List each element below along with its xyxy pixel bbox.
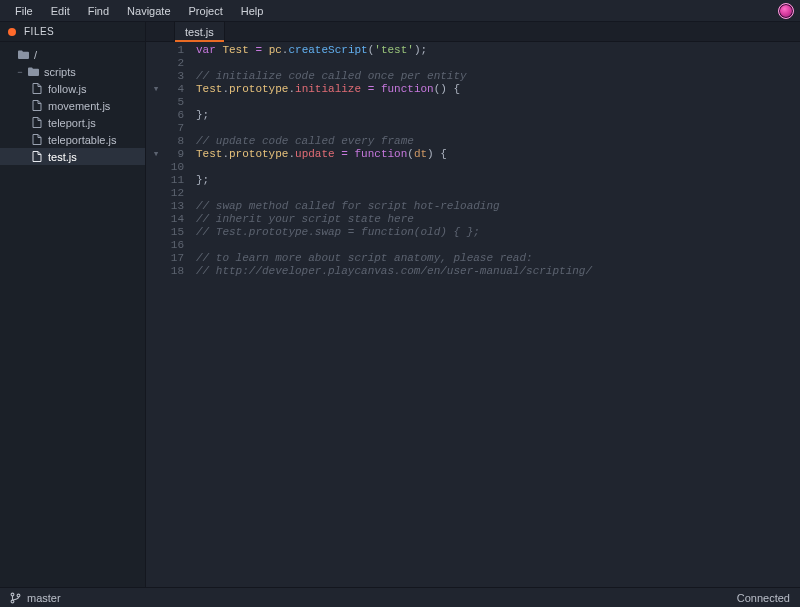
line-number: 4 (166, 83, 184, 96)
status-bar: master Connected (0, 587, 800, 607)
panel-title: FILES (24, 26, 54, 37)
menu-find[interactable]: Find (79, 1, 118, 21)
line-number: 6 (166, 109, 184, 122)
code-line[interactable] (196, 239, 800, 252)
line-number: 5 (166, 96, 184, 109)
line-number: 14 (166, 213, 184, 226)
file-icon (30, 100, 44, 111)
fold-marker (146, 252, 166, 265)
fold-marker (146, 161, 166, 174)
tree-file[interactable]: follow.js (0, 80, 145, 97)
editor-area: test.js ▾▾ 123456789101112131415161718 v… (146, 22, 800, 587)
file-tree: / − scripts follow.js (0, 42, 145, 169)
menu-project[interactable]: Project (180, 1, 232, 21)
line-number: 17 (166, 252, 184, 265)
tree-file-label: follow.js (48, 83, 87, 95)
line-number: 8 (166, 135, 184, 148)
file-icon (30, 83, 44, 94)
line-number: 1 (166, 44, 184, 57)
code-line[interactable]: // to learn more about script anatomy, p… (196, 252, 800, 265)
fold-marker (146, 265, 166, 278)
fold-marker (146, 70, 166, 83)
code-line[interactable] (196, 187, 800, 200)
collapse-icon[interactable]: − (14, 67, 26, 77)
tree-folder-label: scripts (44, 66, 76, 78)
menu-navigate[interactable]: Navigate (118, 1, 179, 21)
editor-tab[interactable]: test.js (174, 21, 225, 41)
tree-file-label: test.js (48, 151, 77, 163)
fold-marker (146, 122, 166, 135)
tree-root-label: / (34, 49, 37, 61)
svg-point-0 (11, 593, 14, 596)
folder-icon (26, 67, 40, 76)
code-editor[interactable]: ▾▾ 123456789101112131415161718 var Test … (146, 42, 800, 587)
code-line[interactable] (196, 96, 800, 109)
sidebar: FILES / − scripts (0, 22, 146, 587)
fold-marker (146, 187, 166, 200)
fold-marker (146, 226, 166, 239)
line-number: 12 (166, 187, 184, 200)
connection-status: Connected (737, 592, 790, 604)
tree-file[interactable]: teleport.js (0, 114, 145, 131)
git-branch-name[interactable]: master (27, 592, 61, 604)
line-number-gutter: 123456789101112131415161718 (166, 44, 190, 278)
code-line[interactable]: // update code called every frame (196, 135, 800, 148)
file-icon (30, 117, 44, 128)
folder-icon (16, 50, 30, 59)
tree-file-label: teleport.js (48, 117, 96, 129)
code-line[interactable]: // inherit your script state here (196, 213, 800, 226)
files-panel-header[interactable]: FILES (0, 22, 145, 42)
fold-marker (146, 96, 166, 109)
code-line[interactable]: }; (196, 174, 800, 187)
code-body[interactable]: var Test = pc.createScript('test'); // i… (190, 44, 800, 278)
tree-file-label: teleportable.js (48, 134, 117, 146)
tree-file-label: movement.js (48, 100, 110, 112)
fold-marker (146, 174, 166, 187)
editor-tab-label: test.js (185, 26, 214, 38)
menu-file[interactable]: File (6, 1, 42, 21)
file-icon (30, 134, 44, 145)
tab-bar: test.js (146, 22, 800, 42)
line-number: 7 (166, 122, 184, 135)
code-line[interactable]: var Test = pc.createScript('test'); (196, 44, 800, 57)
tree-root[interactable]: / (0, 46, 145, 63)
line-number: 16 (166, 239, 184, 252)
code-line[interactable]: // http://developer.playcanvas.com/en/us… (196, 265, 800, 278)
line-number: 13 (166, 200, 184, 213)
fold-marker (146, 57, 166, 70)
fold-marker (146, 44, 166, 57)
tree-folder-scripts[interactable]: − scripts (0, 63, 145, 80)
tree-file-selected[interactable]: test.js (0, 148, 145, 165)
gutter: ▾▾ 123456789101112131415161718 (146, 44, 190, 278)
fold-marker[interactable]: ▾ (146, 83, 166, 96)
code-line[interactable]: // initialize code called once per entit… (196, 70, 800, 83)
code-line[interactable]: Test.prototype.update = function(dt) { (196, 148, 800, 161)
user-avatar[interactable] (778, 3, 794, 19)
svg-point-2 (17, 594, 20, 597)
fold-marker (146, 109, 166, 122)
line-number: 15 (166, 226, 184, 239)
fold-marker[interactable]: ▾ (146, 148, 166, 161)
code-line[interactable] (196, 57, 800, 70)
tree-file[interactable]: teleportable.js (0, 131, 145, 148)
line-number: 9 (166, 148, 184, 161)
line-number: 11 (166, 174, 184, 187)
code-line[interactable]: }; (196, 109, 800, 122)
code-line[interactable] (196, 161, 800, 174)
menu-edit[interactable]: Edit (42, 1, 79, 21)
line-number: 2 (166, 57, 184, 70)
line-number: 3 (166, 70, 184, 83)
fold-gutter[interactable]: ▾▾ (146, 44, 166, 278)
app-root: File Edit Find Navigate Project Help FIL… (0, 0, 800, 607)
menu-help[interactable]: Help (232, 1, 273, 21)
file-icon (30, 151, 44, 162)
code-line[interactable]: Test.prototype.initialize = function() { (196, 83, 800, 96)
fold-marker (146, 200, 166, 213)
code-line[interactable]: // Test.prototype.swap = function(old) {… (196, 226, 800, 239)
svg-point-1 (11, 600, 14, 603)
code-line[interactable]: // swap method called for script hot-rel… (196, 200, 800, 213)
tree-file[interactable]: movement.js (0, 97, 145, 114)
fold-marker (146, 239, 166, 252)
code-line[interactable] (196, 122, 800, 135)
panel-dot-icon (8, 28, 16, 36)
